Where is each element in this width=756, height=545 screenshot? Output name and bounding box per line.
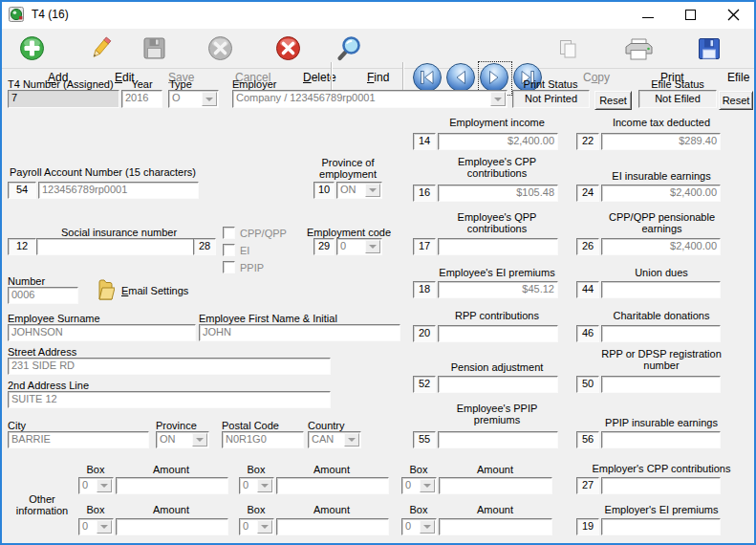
box27-field[interactable] xyxy=(601,477,721,494)
other-box-value: 0 xyxy=(82,520,88,532)
box50-field[interactable] xyxy=(601,376,721,393)
box17-number: 17 xyxy=(413,238,436,255)
year-label: Year xyxy=(121,78,162,90)
province-combobox[interactable]: ON xyxy=(156,431,209,448)
other-box-label: Box xyxy=(401,464,436,475)
other-amount-field[interactable] xyxy=(116,518,228,535)
employment-code-label: Employment code xyxy=(305,227,393,238)
nav-previous-button[interactable] xyxy=(446,63,475,92)
box26-number: 26 xyxy=(576,238,599,255)
box27-number: 27 xyxy=(576,477,599,494)
print-status-reset-button[interactable]: Reset xyxy=(594,91,632,110)
window-title: T4 (16) xyxy=(32,8,69,21)
print-status-label: Print Status xyxy=(493,78,608,90)
other-box-value: 0 xyxy=(243,520,248,532)
box22-field[interactable]: $289.40 xyxy=(601,133,721,150)
country-combobox[interactable]: CAN xyxy=(308,431,361,448)
employer-combobox[interactable]: Company / 123456789rp0001 xyxy=(232,90,508,108)
other-amount-label: Amount xyxy=(275,464,388,475)
dropdown-arrow-icon[interactable] xyxy=(202,92,217,106)
email-settings-folder-icon[interactable] xyxy=(96,277,115,301)
dropdown-arrow-icon[interactable] xyxy=(365,240,380,253)
employment-code-combobox[interactable]: 0 xyxy=(336,238,382,255)
dropdown-arrow-icon[interactable] xyxy=(97,479,112,492)
province-of-employment-combobox[interactable]: ON xyxy=(336,182,382,199)
box20-field[interactable] xyxy=(438,325,558,342)
box44-number: 44 xyxy=(576,281,599,298)
box26-field[interactable]: $2,400.00 xyxy=(601,238,721,255)
app-icon xyxy=(9,7,24,22)
dropdown-arrow-icon[interactable] xyxy=(420,479,435,492)
box55-field[interactable] xyxy=(438,431,558,448)
other-amount-field[interactable] xyxy=(439,477,552,494)
sin-box-number: 12 xyxy=(8,238,36,255)
box16-field[interactable]: $105.48 xyxy=(438,185,558,202)
box52-field[interactable] xyxy=(438,376,558,393)
box17-field[interactable] xyxy=(438,238,558,255)
maximize-button[interactable] xyxy=(669,1,712,28)
other-box-value: 0 xyxy=(243,479,248,490)
year-field[interactable]: 2016 xyxy=(121,90,162,108)
city-field[interactable]: BARRIE xyxy=(8,431,149,448)
other-box-combobox[interactable]: 0 xyxy=(239,477,274,494)
dropdown-arrow-icon[interactable] xyxy=(97,520,112,534)
close-button[interactable] xyxy=(712,1,755,28)
employment-code-value: 0 xyxy=(340,240,346,251)
box22-label: Income tax deducted xyxy=(585,117,738,128)
efile-status-reset-button[interactable]: Reset xyxy=(719,91,753,110)
dropdown-arrow-icon[interactable] xyxy=(420,520,435,534)
type-combobox[interactable]: O xyxy=(168,90,219,108)
box20-label: RPP contributions xyxy=(421,310,573,321)
other-box-combobox[interactable]: 0 xyxy=(78,477,114,494)
other-box-combobox[interactable]: 0 xyxy=(401,477,437,494)
box14-field[interactable]: $2,400.00 xyxy=(438,133,558,150)
first-name-label: Employee First Name & Initial xyxy=(199,313,337,324)
box24-field[interactable]: $2,400.00 xyxy=(601,185,721,202)
dropdown-arrow-icon[interactable] xyxy=(365,184,380,197)
dropdown-arrow-icon[interactable] xyxy=(490,92,506,106)
payroll-account-field[interactable]: 123456789rp0001 xyxy=(38,182,199,199)
dropdown-arrow-icon[interactable] xyxy=(344,433,359,447)
box26-label: CPP/QPP pensionable earnings xyxy=(597,211,726,234)
address2-field[interactable]: SUITE 12 xyxy=(8,391,331,408)
box56-label: PPIP insurable earnings xyxy=(585,417,738,428)
t4-number-label: T4 Number (Assigned) xyxy=(8,78,114,90)
first-name-field[interactable]: JOHN xyxy=(199,324,400,341)
nav-previous-icon xyxy=(447,64,474,91)
surname-field[interactable]: JOHNSON xyxy=(8,324,196,341)
cpp-qpp-checkbox[interactable] xyxy=(223,227,235,239)
other-amount-field[interactable] xyxy=(116,477,228,494)
dropdown-arrow-icon[interactable] xyxy=(192,433,207,447)
box52-number: 52 xyxy=(413,376,436,393)
other-amount-field[interactable] xyxy=(276,477,389,494)
other-box-combobox[interactable]: 0 xyxy=(401,518,437,535)
postal-code-field[interactable]: N0R1G0 xyxy=(222,431,304,448)
box18-field[interactable]: $45.12 xyxy=(438,281,558,298)
dropdown-arrow-icon[interactable] xyxy=(257,479,272,492)
box14-label: Employment income xyxy=(421,117,573,128)
box19-field[interactable] xyxy=(601,518,721,535)
box22-number: 22 xyxy=(576,133,599,150)
street-address-field[interactable]: 231 SIDE RD xyxy=(8,358,331,375)
sin-label: Social insurance number xyxy=(61,227,172,238)
email-settings-link[interactable]: Email Settings xyxy=(121,285,188,296)
number-label: Number xyxy=(8,275,45,287)
box46-field[interactable] xyxy=(601,325,721,342)
other-box-combobox[interactable]: 0 xyxy=(78,518,114,535)
sin-field[interactable] xyxy=(36,238,197,255)
box56-field[interactable] xyxy=(601,431,721,448)
ei-checkbox[interactable] xyxy=(223,244,235,256)
payroll-account-label: Payroll Account Number (15 characters) xyxy=(10,166,196,178)
ppip-checkbox[interactable] xyxy=(223,261,235,273)
box44-field[interactable] xyxy=(601,281,721,298)
other-amount-field[interactable] xyxy=(439,518,552,535)
nav-first-button[interactable] xyxy=(413,63,442,92)
number-field[interactable]: 0006 xyxy=(8,287,78,304)
nav-first-icon xyxy=(414,64,441,91)
box50-label: RPP or DPSP registration number xyxy=(594,348,728,371)
other-amount-field[interactable] xyxy=(276,518,389,535)
box56-number: 56 xyxy=(576,431,599,448)
other-box-combobox[interactable]: 0 xyxy=(239,518,274,535)
minimize-button[interactable] xyxy=(626,1,669,28)
dropdown-arrow-icon[interactable] xyxy=(257,520,272,534)
